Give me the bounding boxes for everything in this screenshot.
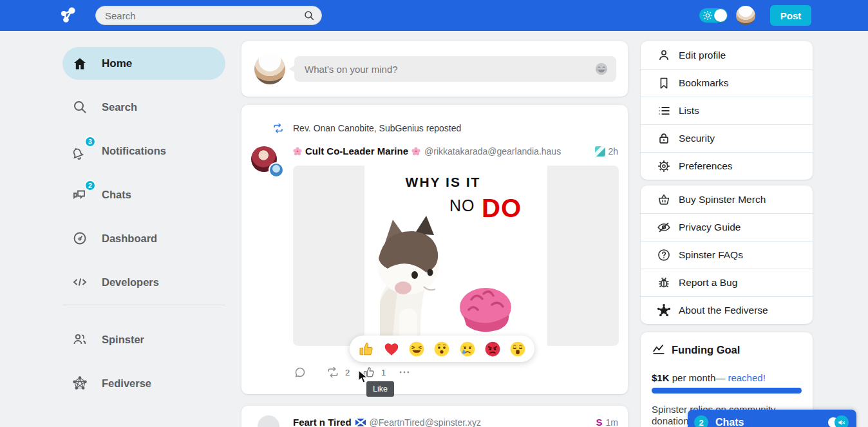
author-avatar[interactable] [258,415,279,427]
search-icon [72,99,88,115]
reaction-thumbs-up-icon[interactable] [358,341,375,357]
repost-button[interactable]: 2 [326,366,350,379]
mute-speaker-icon[interactable] [835,415,849,427]
top-bar: Post [0,0,868,31]
sidebar-item-fediverse[interactable]: Fediverse [62,373,225,394]
miku-avatar-emoji [595,146,605,157]
lock-icon [657,131,671,146]
sidebar-label: Chats [102,189,131,201]
menu-label: Preferences [679,160,733,172]
header-search [95,6,322,25]
sidebar-item-developers[interactable]: Developers [62,272,225,292]
menu-label: Buy Spinster Merch [679,194,766,205]
chats-badge: 2 [84,180,96,191]
menu-label: Edit profile [679,50,726,61]
compose-card [241,41,628,97]
reaction-laughing-icon[interactable] [408,341,425,357]
funding-title: Funding Goal [672,344,740,356]
search-input[interactable] [96,10,303,21]
post-media[interactable]: WHY IS IT NO DO [293,166,619,346]
reaction-picker [350,336,534,362]
sidebar-label: Fediverse [102,377,151,390]
author-handle[interactable]: @rikkatakarada@gearlandia.haus [424,146,590,157]
menu-label: Bookmarks [679,77,729,89]
repost-count: 2 [345,368,350,377]
post-timestamp[interactable]: 1m [606,417,618,427]
people-icon [72,332,88,347]
repost-note-text: Rev. Onan Canobite, SubGenius reposted [293,123,461,133]
more-options-button[interactable] [398,366,411,379]
menu-item-privacy[interactable]: Privacy Guide [641,213,813,241]
menu-item-lists[interactable]: Lists [641,97,813,124]
reaction-surprised-icon[interactable] [433,341,450,357]
user-avatar[interactable] [736,6,755,25]
author-handle[interactable]: @FeartnTired@spinster.xyz [370,417,596,427]
sidebar-item-dashboard[interactable]: Dashboard [62,228,225,249]
question-circle-icon [657,248,671,262]
funding-amount: $1K [652,372,670,383]
menu-item-report-bug[interactable]: Report a Bug [641,269,813,296]
repost-note[interactable]: Rev. Onan Canobite, SubGenius reposted [272,122,461,134]
spinster-logo-icon[interactable] [59,6,79,25]
list-icon [657,104,671,118]
menu-label: Privacy Guide [679,222,741,233]
chart-icon [652,343,666,357]
toggle-knob[interactable] [714,9,727,22]
menu-label: Spinster FAQs [679,249,743,261]
spinster-app: Post Home Search 3 [0,0,868,427]
like-button[interactable]: 1 [363,366,386,379]
sidebar-label: Dashboard [102,232,157,245]
funding-progress-bar [652,388,802,394]
reaction-angry-icon[interactable] [484,341,501,357]
cherry-blossom-emoji [293,147,302,156]
sidebar-item-home[interactable]: Home [62,47,225,80]
reached-link[interactable]: reached! [728,372,765,383]
basket-icon [657,193,671,207]
chats-count-badge: 2 [694,415,708,427]
emoji-picker-icon[interactable] [594,62,609,76]
search-icon[interactable] [303,10,315,21]
chats-panel-header[interactable]: 2 Chats [688,410,856,427]
menu-item-edit-profile[interactable]: Edit profile [641,41,813,69]
sidebar-item-spinster[interactable]: Spinster [62,329,225,350]
reaction-weary-icon[interactable] [509,341,526,357]
chats-label: Chats [715,417,828,427]
sidebar-item-search[interactable]: Search [62,97,225,117]
compose-input[interactable] [294,64,594,75]
menu-item-bookmarks[interactable]: Bookmarks [641,69,813,97]
theme-toggle[interactable] [699,8,728,23]
menu-item-faqs[interactable]: Spinster FAQs [641,241,813,269]
reposter-avatar[interactable] [269,162,284,178]
reaction-heart-icon[interactable] [383,341,400,357]
funding-goal-line: $1K per month— reached! [652,372,766,383]
menu-item-merch[interactable]: Buy Spinster Merch [641,185,813,213]
menu-item-about-fediverse[interactable]: About the Fediverse [641,296,813,324]
scotland-flag-emoji [355,419,366,426]
author-name[interactable]: Cult Co-Leader Marine [305,146,408,157]
reaction-crying-icon[interactable] [459,341,476,357]
brain-emoji [453,283,518,338]
post-header: Cult Co-Leader Marine @rikkatakarada@gea… [293,146,618,157]
sidebar-item-notifications[interactable]: 3 Notifications [62,140,225,161]
sidebar-divider [62,305,225,305]
comment-button[interactable] [294,366,307,379]
fediverse-star-icon [657,303,671,318]
sun-icon [703,10,713,21]
sidebar-label: Search [102,101,137,113]
meme-image: WHY IS IT NO DO [364,166,547,346]
sidebar-item-chats[interactable]: 2 Chats [62,184,225,205]
menu-item-preferences[interactable]: Preferences [641,152,813,180]
sidebar-label: Developers [102,276,159,289]
notifications-badge: 3 [84,136,96,147]
menu-item-security[interactable]: Security [641,124,813,152]
bookmark-icon [657,76,671,90]
gear-icon [657,159,671,173]
author-name[interactable]: Feart n Tired [293,417,352,427]
dashboard-icon [72,231,88,246]
avatar[interactable] [254,53,285,84]
post-card: Rev. Onan Canobite, SubGenius reposted C… [241,105,628,394]
person-icon [657,48,671,62]
menu-label: Security [679,133,715,144]
post-button[interactable]: Post [770,5,811,26]
post-timestamp[interactable]: 2h [608,146,618,157]
